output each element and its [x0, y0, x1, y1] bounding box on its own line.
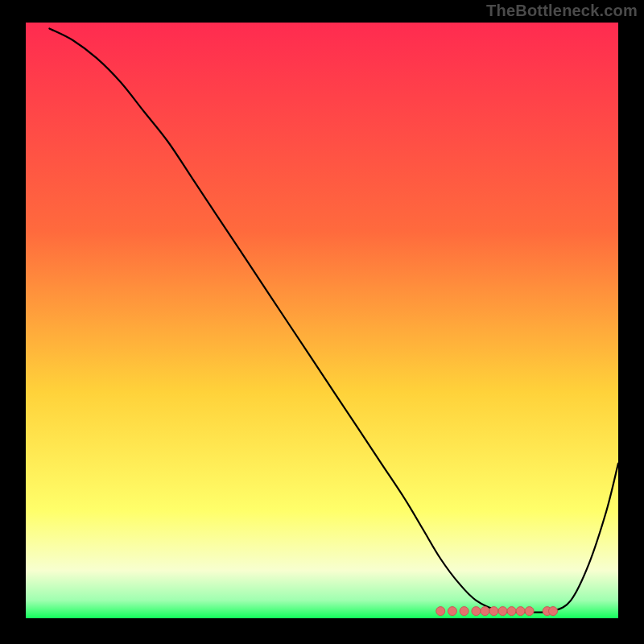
- chart-svg: [26, 23, 618, 618]
- optimal-dot: [507, 607, 516, 616]
- optimal-dot: [460, 607, 469, 616]
- optimal-dot: [436, 607, 445, 616]
- optimal-dot: [549, 607, 558, 616]
- optimal-dot: [498, 607, 507, 616]
- optimal-dot: [525, 607, 534, 616]
- plot-area: [26, 23, 618, 618]
- optimal-dot: [481, 607, 489, 616]
- watermark-text: TheBottleneck.com: [486, 2, 638, 20]
- gradient-background: [26, 23, 618, 618]
- optimal-dot: [472, 607, 481, 616]
- optimal-dot: [448, 607, 456, 616]
- optimal-dot: [489, 607, 498, 616]
- chart-frame: TheBottleneck.com: [0, 0, 644, 644]
- optimal-dot: [516, 607, 525, 616]
